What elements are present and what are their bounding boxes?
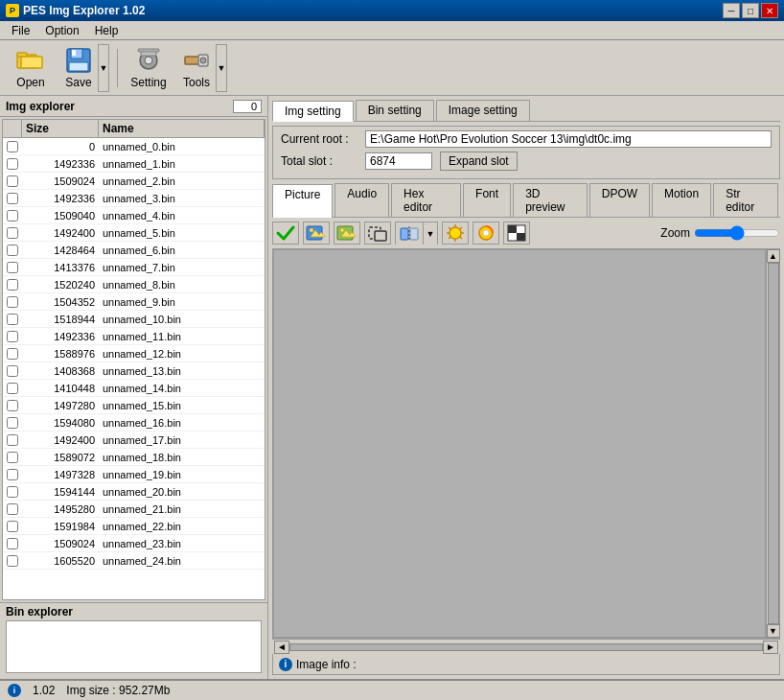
scroll-down-button[interactable]: ▼ [767, 624, 780, 638]
table-row[interactable]: 1504352 unnamed_9.bin [3, 293, 265, 311]
file-checkbox[interactable] [7, 296, 18, 308]
table-row[interactable]: 1413376 unnamed_7.bin [3, 259, 265, 276]
menu-help[interactable]: Help [87, 22, 127, 39]
menu-option[interactable]: Option [37, 22, 86, 39]
file-checkbox[interactable] [7, 227, 18, 239]
table-row[interactable]: 1518944 unnamed_10.bin [3, 311, 265, 328]
table-row[interactable]: 1497280 unnamed_15.bin [3, 397, 265, 414]
image-vscroll[interactable]: ▲ ▼ [766, 249, 779, 638]
table-row[interactable]: 0 unnamed_0.bin [3, 138, 265, 155]
inner-tab-hex-editor[interactable]: Hex editor [391, 183, 461, 217]
file-checkbox[interactable] [7, 452, 18, 463]
color-adjust-button[interactable] [473, 222, 499, 245]
setting-button[interactable]: Setting [126, 44, 172, 92]
expand-slot-button[interactable]: Expand slot [440, 152, 518, 171]
save-dropdown-button[interactable]: ▼ [98, 44, 109, 92]
table-row[interactable]: 1509040 unnamed_4.bin [3, 207, 265, 224]
table-row[interactable]: 1410448 unnamed_14.bin [3, 380, 265, 397]
table-row[interactable]: 1497328 unnamed_19.bin [3, 466, 265, 483]
file-size: 1509024 [22, 175, 99, 187]
table-row[interactable]: 1594144 unnamed_20.bin [3, 483, 265, 501]
table-row[interactable]: 1589072 unnamed_18.bin [3, 449, 265, 466]
scroll-up-button[interactable]: ▲ [767, 249, 780, 263]
scroll-right-button[interactable]: ► [763, 641, 778, 654]
scroll-h-track[interactable] [289, 643, 763, 651]
file-checkbox[interactable] [7, 417, 18, 429]
tools-dropdown-img[interactable]: ▼ [424, 222, 437, 245]
resize-button[interactable] [364, 222, 391, 245]
table-row[interactable]: 1492336 unnamed_3.bin [3, 190, 265, 207]
checkerboard-button[interactable] [503, 222, 530, 245]
tools-button[interactable]: Tools [177, 44, 216, 92]
file-checkbox[interactable] [7, 141, 18, 152]
import-image-button[interactable] [303, 222, 330, 245]
file-name: unnamed_9.bin [99, 296, 265, 308]
table-row[interactable]: 1495280 unnamed_21.bin [3, 501, 265, 518]
inner-tab-dpow[interactable]: DPOW [589, 183, 650, 217]
inner-tab-audio[interactable]: Audio [334, 183, 389, 217]
table-row[interactable]: 1594080 unnamed_16.bin [3, 414, 265, 432]
scroll-left-button[interactable]: ◄ [274, 641, 289, 654]
table-row[interactable]: 1408368 unnamed_13.bin [3, 362, 265, 380]
table-row[interactable]: 1492336 unnamed_1.bin [3, 155, 265, 173]
inner-tab-picture[interactable]: Picture [272, 184, 333, 218]
file-checkbox[interactable] [7, 365, 18, 377]
file-checkbox[interactable] [7, 331, 18, 342]
image-scrollbar-h[interactable]: ◄ ► [272, 639, 780, 654]
inner-tab-str-editor[interactable]: Str editor [713, 183, 778, 217]
file-checkbox[interactable] [7, 210, 18, 222]
file-checkbox[interactable] [7, 193, 18, 204]
table-row[interactable]: 1509024 unnamed_23.bin [3, 535, 265, 552]
scroll-v-track[interactable] [768, 263, 779, 624]
accept-button[interactable] [272, 222, 299, 245]
table-row[interactable]: 1509024 unnamed_2.bin [3, 173, 265, 190]
table-row[interactable]: 1492336 unnamed_11.bin [3, 328, 265, 345]
inner-tab-font[interactable]: Font [463, 183, 511, 217]
maximize-button[interactable]: □ [742, 3, 759, 18]
file-checkbox[interactable] [7, 434, 18, 446]
flip-h-button[interactable] [396, 222, 423, 245]
top-tab-bin-setting[interactable]: Bin setting [356, 100, 434, 121]
table-row[interactable]: 1492400 unnamed_5.bin [3, 224, 265, 242]
top-tab-img-setting[interactable]: Img setting [272, 101, 354, 122]
menu-file[interactable]: File [4, 22, 37, 39]
file-checkbox[interactable] [7, 383, 18, 394]
file-checkbox[interactable] [7, 469, 18, 480]
settings-panel: Current root : E:\Game Hot\Pro Evolution… [272, 126, 780, 179]
tools-dropdown-button[interactable]: ▼ [216, 44, 227, 92]
file-checkbox[interactable] [7, 521, 18, 532]
close-button[interactable]: ✕ [761, 3, 778, 18]
brightness-button[interactable] [442, 222, 469, 245]
file-list-scroll[interactable]: 0 unnamed_0.bin 1492336 unnamed_1.bin 15… [3, 138, 265, 596]
file-checkbox[interactable] [7, 503, 18, 515]
file-checkbox[interactable] [7, 400, 18, 411]
file-size: 1492336 [22, 331, 99, 342]
table-row[interactable]: 1605520 unnamed_24.bin [3, 552, 265, 570]
image-canvas-inner[interactable] [274, 250, 765, 637]
file-checkbox[interactable] [7, 175, 18, 187]
svg-point-8 [145, 57, 152, 64]
save-button[interactable]: Save [59, 44, 98, 92]
file-checkbox[interactable] [7, 538, 18, 549]
zoom-slider[interactable] [694, 225, 780, 241]
export-image-button[interactable] [334, 222, 360, 245]
top-tab-image-setting[interactable]: Image setting [436, 100, 530, 121]
minimize-button[interactable]: ─ [723, 3, 740, 18]
file-checkbox[interactable] [7, 555, 18, 567]
table-row[interactable]: 1520240 unnamed_8.bin [3, 276, 265, 293]
table-row[interactable]: 1492400 unnamed_17.bin [3, 432, 265, 449]
file-checkbox[interactable] [7, 348, 18, 360]
inner-tab-3d-preview[interactable]: 3D preview [513, 183, 588, 217]
file-checkbox[interactable] [7, 262, 18, 273]
file-checkbox[interactable] [7, 158, 18, 170]
file-checkbox[interactable] [7, 245, 18, 256]
total-slot-input[interactable] [365, 152, 432, 170]
inner-tab-motion[interactable]: Motion [652, 183, 711, 217]
open-button[interactable]: Open [8, 44, 54, 92]
file-checkbox[interactable] [7, 486, 18, 498]
table-row[interactable]: 1588976 unnamed_12.bin [3, 345, 265, 362]
file-checkbox[interactable] [7, 314, 18, 325]
table-row[interactable]: 1591984 unnamed_22.bin [3, 518, 265, 535]
file-checkbox[interactable] [7, 279, 18, 291]
table-row[interactable]: 1428464 unnamed_6.bin [3, 242, 265, 259]
